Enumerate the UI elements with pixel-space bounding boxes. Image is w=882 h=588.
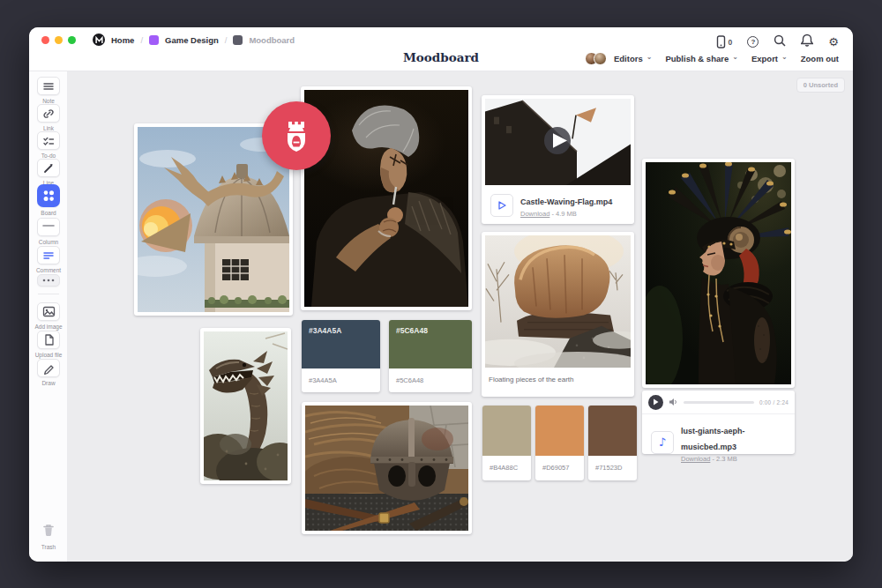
tool-label: Note [42, 98, 55, 104]
maximize-window-button[interactable] [68, 36, 76, 44]
board-icon-game-design [149, 35, 159, 45]
audio-filename: lust-giants-aeph-musicbed.mp3 [681, 427, 745, 451]
audio-play-button[interactable] [648, 395, 663, 410]
color-swatch-card[interactable]: #B4A88C [482, 406, 531, 480]
breadcrumb-moodboard[interactable]: Moodboard [249, 35, 295, 45]
video-file-icon [490, 194, 513, 217]
castle-dragon-image [138, 127, 289, 312]
video-filename: Castle-Waving-Flag.mp4 [520, 197, 612, 206]
audio-meta: Download - 2.3 MB [681, 455, 786, 463]
video-card[interactable]: Castle-Waving-Flag.mp4 Download - 4.9 MB [482, 95, 634, 224]
image-card-viking-helmet[interactable] [302, 402, 472, 534]
publish-share-label: Publish & share [665, 54, 729, 63]
link-icon [37, 104, 60, 123]
video-download-link[interactable]: Download [520, 210, 549, 218]
phone-icon [716, 35, 726, 48]
draw-pencil-icon [37, 359, 60, 377]
todo-icon [37, 131, 60, 150]
export-button[interactable]: Export ⌄ [751, 54, 788, 63]
color-swatch: #5C6A48 [389, 320, 472, 368]
tool-label: To-do [41, 153, 56, 159]
swatch-caption: #71523D [588, 456, 637, 480]
window-controls [41, 36, 76, 44]
audio-player: 0:00 / 2:24 [642, 391, 795, 414]
editor-avatars[interactable] [585, 52, 607, 65]
breadcrumb: Home / Game Design / Moodboard [93, 33, 295, 46]
board-canvas[interactable]: 0 Unsorted [68, 71, 853, 562]
breadcrumb-game-design[interactable]: Game Design [165, 35, 219, 45]
line-icon [37, 159, 60, 177]
volume-icon[interactable] [669, 394, 678, 410]
tool-label: Column [39, 239, 58, 245]
editors-menu-button[interactable]: Editors ⌄ [614, 54, 652, 63]
tool-add-image[interactable]: Add image [29, 302, 68, 330]
video-thumbnail[interactable] [482, 95, 634, 185]
viking-helmet-image [305, 406, 468, 531]
dragon-statue-image [204, 331, 288, 480]
color-swatch [588, 406, 637, 456]
color-swatch-card[interactable]: #5C6A48 #5C6A48 [389, 320, 472, 392]
chevron-down-icon: ⌄ [732, 56, 738, 60]
tool-label: Upload file [35, 352, 63, 358]
audio-filesize: - 2.3 MB [712, 455, 736, 463]
tool-comment[interactable]: Comment [29, 246, 68, 273]
tool-more[interactable] [29, 274, 68, 287]
search-icon[interactable] [774, 34, 786, 50]
color-swatch-card[interactable]: #D69057 [535, 406, 584, 480]
tool-label: Comment [36, 267, 61, 273]
tool-line[interactable]: Line [29, 159, 68, 186]
zoom-out-button[interactable]: Zoom out [801, 54, 839, 63]
swatch-caption: #5C6A48 [389, 368, 472, 392]
device-count: 0 [729, 38, 733, 47]
milanote-logo-icon[interactable] [93, 33, 105, 46]
help-icon[interactable]: ? [747, 36, 759, 48]
audio-download-link[interactable]: Download [681, 455, 710, 463]
chevron-down-icon: ⌄ [781, 56, 788, 60]
more-icon [37, 274, 60, 287]
audio-file-info: ♪ lust-giants-aeph-musicbed.mp3 Download… [642, 414, 795, 470]
tool-note[interactable]: Note [29, 77, 68, 104]
app-window: Home / Game Design / Moodboard 0 ? [29, 27, 853, 562]
music-note-icon: ♪ [659, 436, 666, 448]
video-meta: Download - 4.9 MB [520, 210, 612, 218]
image-card-dragon-statue[interactable] [200, 328, 291, 484]
swatch-hex-label: #3A4A5A [302, 320, 380, 341]
audio-progress-bar[interactable] [684, 401, 754, 404]
tool-label: Trash [41, 544, 56, 550]
video-thumbnail-image [485, 99, 631, 185]
settings-gear-icon[interactable]: ⚙ [828, 36, 839, 48]
tool-draw[interactable]: Draw [29, 359, 68, 386]
publish-share-button[interactable]: Publish & share ⌄ [665, 54, 738, 63]
color-swatch-card[interactable]: #3A4A5A #3A4A5A [302, 320, 380, 392]
sidebar-divider [38, 294, 59, 294]
close-window-button[interactable] [41, 36, 49, 44]
titlebar-icons: 0 ? ⚙ [716, 33, 839, 50]
tool-upload-file[interactable]: Upload file [29, 331, 68, 358]
chevron-down-icon: ⌄ [647, 56, 653, 60]
tool-board-active[interactable]: Board [29, 184, 68, 216]
minimize-window-button[interactable] [55, 36, 63, 44]
floating-rock-image [485, 235, 631, 368]
trash-dropzone[interactable]: Trash [29, 523, 68, 550]
tool-todo[interactable]: To-do [29, 131, 68, 159]
export-label: Export [751, 54, 778, 63]
notifications-bell-icon[interactable] [801, 33, 813, 50]
board-emblem-badge[interactable] [262, 101, 331, 170]
color-swatch: #3A4A5A [302, 320, 380, 368]
color-swatch-card[interactable]: #71523D [588, 406, 637, 480]
swatch-caption: #D69057 [535, 456, 584, 480]
board-icon [37, 184, 60, 207]
zoom-out-label: Zoom out [801, 54, 839, 63]
audio-card[interactable]: 0:00 / 2:24 ♪ lust-giants-aeph-musicbed.… [642, 391, 795, 454]
image-card-headdress-woman[interactable] [642, 159, 795, 388]
swatch-caption: #3A4A5A [302, 368, 380, 392]
image-card-floating-rock[interactable]: Floating pieces of the earth [482, 232, 634, 397]
color-swatch [535, 406, 584, 456]
editors-label: Editors [614, 54, 643, 63]
breadcrumb-home[interactable]: Home [111, 35, 134, 45]
mobile-device-button[interactable]: 0 [716, 35, 733, 48]
audio-time: 0:00 / 2:24 [759, 399, 789, 406]
tool-link[interactable]: Link [29, 104, 68, 131]
unsorted-badge[interactable]: 0 Unsorted [796, 78, 845, 93]
tool-column[interactable]: Column [29, 218, 68, 245]
